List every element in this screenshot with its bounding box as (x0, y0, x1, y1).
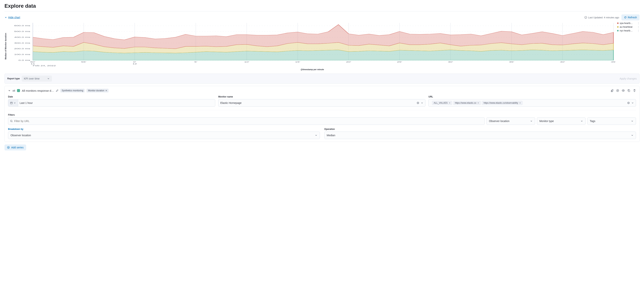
filters-label: Filters (8, 114, 636, 116)
monitor-name-value[interactable] (220, 101, 415, 104)
chevron-down-icon (14, 102, 16, 104)
breakdown-value: Observer location (10, 134, 31, 137)
observer-location-label: Observer location (489, 119, 510, 122)
svg-text:0.0 ms: 0.0 ms (18, 59, 30, 61)
url-label: URL (428, 95, 636, 98)
svg-text:11: 11 (31, 63, 35, 65)
menu-icon[interactable]: ⋮ (637, 29, 640, 32)
svg-text:0': 0' (133, 61, 136, 63)
menu-icon[interactable]: ⋮ (637, 22, 640, 25)
monitor-name-input[interactable] (218, 99, 426, 107)
chevron-down-icon (530, 120, 533, 122)
observer-location-filter[interactable]: Observer location (486, 117, 535, 125)
filters-section: Filters Observer location Monitor type T… (8, 114, 636, 125)
search-icon (10, 120, 13, 122)
series-header: All monitors response d… Synthetics moni… (8, 89, 636, 92)
svg-text:35': 35' (509, 61, 514, 63)
calendar-icon (10, 102, 13, 104)
info-icon (584, 16, 587, 19)
svg-text:50': 50' (30, 61, 35, 63)
legend-item[interactable]: nyc-heartb…⋮ (617, 29, 640, 32)
svg-text:12: 12 (132, 63, 137, 65)
operation-select[interactable]: Median (324, 131, 636, 139)
inner-divider (8, 110, 636, 110)
legend-label: spa-heartb… (620, 22, 636, 25)
edit-icon[interactable] (56, 89, 58, 92)
chart-container: Median of Monitor duration 600.0 ms500.0… (4, 22, 640, 71)
chart-y-axis-label: Median of Monitor duration (4, 33, 7, 60)
breakdown-operation-row: Breakdown by Observer location Operation… (8, 127, 636, 139)
add-series-button[interactable]: Add series (4, 145, 26, 151)
monitor-type-filter[interactable]: Monitor type (537, 117, 586, 125)
calendar-prefix[interactable] (8, 99, 18, 106)
chart-top-bar: Hide chart Last Updated: 4 minutes ago R… (4, 15, 640, 20)
tags-filter[interactable]: Tags (588, 117, 636, 125)
svg-point-44 (623, 90, 624, 91)
date-input[interactable] (8, 99, 215, 107)
chevron-down-icon (580, 120, 583, 122)
close-icon[interactable]: ✕ (449, 102, 450, 104)
clear-icon[interactable] (627, 102, 630, 104)
series-color-swatch[interactable] (17, 89, 20, 92)
legend-item[interactable]: au-heartbeat⋮ (617, 26, 640, 28)
date-value[interactable] (20, 101, 215, 104)
filter-url-field[interactable] (14, 119, 482, 122)
legend-dot (617, 30, 618, 32)
legend-label: nyc-heartb… (620, 29, 636, 32)
chart-svg[interactable]: 600.0 ms500.0 ms400.0 ms300.0 ms200.0 ms… (9, 22, 616, 67)
breakdown-select[interactable]: Observer location (8, 131, 320, 139)
eye-icon[interactable] (622, 89, 625, 92)
svg-rect-46 (10, 102, 12, 104)
page-title: Explore data (4, 3, 640, 9)
svg-text:15': 15' (295, 61, 300, 63)
chevron-down-icon[interactable] (631, 102, 634, 104)
area-chart-icon (12, 89, 15, 92)
report-type-select[interactable]: KPI over time (22, 76, 52, 82)
report-type-value: KPI over time (24, 77, 40, 80)
tag-synthetics: Synthetics monitoring (60, 89, 85, 92)
svg-text:40': 40' (560, 61, 565, 63)
svg-text:100.0 ms: 100.0 ms (14, 54, 30, 55)
menu-icon[interactable]: ⋮ (637, 26, 640, 28)
trash-icon[interactable] (633, 89, 636, 92)
legend-dot (617, 26, 618, 28)
hide-chart-toggle[interactable]: Hide chart (4, 16, 20, 19)
svg-text:20': 20' (346, 61, 351, 63)
url-input[interactable]: ALL_VALUES✕https://www.elastic.co✕https:… (428, 99, 636, 107)
chart-legend: spa-heartb…⋮au-heartbeat⋮nyc-heartb…⋮ (617, 22, 640, 71)
compass-icon[interactable] (616, 89, 619, 92)
chevron-down-icon[interactable] (421, 102, 423, 104)
svg-text:10': 10' (244, 61, 249, 63)
tag-monitor-duration[interactable]: Monitor duration✕ (86, 89, 108, 92)
series-title: All monitors response d… (22, 89, 54, 92)
legend-item[interactable]: spa-heartb…⋮ (617, 22, 640, 25)
operation-value: Median (327, 134, 335, 137)
url-chip[interactable]: https://www.elastic.co✕ (453, 101, 481, 105)
close-icon[interactable]: ✕ (105, 89, 107, 92)
close-icon[interactable]: ✕ (519, 102, 521, 104)
copy-icon[interactable] (627, 89, 630, 92)
chevron-down-icon (315, 134, 318, 136)
clear-icon[interactable] (417, 102, 419, 104)
refresh-icon (624, 16, 626, 19)
filter-url-input[interactable] (8, 117, 485, 125)
svg-text:45': 45' (611, 61, 616, 63)
monitor-type-label: Monitor type (540, 119, 554, 122)
breakdown-label[interactable]: Breakdown by (8, 128, 23, 130)
tags-label: Tags (590, 119, 596, 122)
svg-text:500.0 ms: 500.0 ms (14, 31, 30, 32)
chevron-down-icon[interactable] (8, 89, 11, 92)
svg-text:300.0 ms: 300.0 ms (14, 42, 30, 44)
url-chip[interactable]: ALL_VALUES✕ (432, 101, 452, 105)
url-chips: ALL_VALUES✕https://www.elastic.co✕https:… (430, 101, 626, 105)
url-chip[interactable]: https://www.elastic.co/observability✕ (482, 101, 522, 105)
fields-row-1: Date Monitor name URL (8, 95, 636, 107)
attach-icon[interactable] (610, 89, 614, 92)
close-icon[interactable]: ✕ (477, 102, 479, 104)
apply-changes-button[interactable]: Apply changes (620, 77, 637, 80)
svg-point-43 (616, 89, 619, 92)
hide-chart-label: Hide chart (8, 16, 20, 19)
refresh-button[interactable]: Refresh (622, 15, 640, 20)
svg-text:600.0 ms: 600.0 ms (14, 25, 30, 27)
last-updated-text: Last Updated: 4 minutes ago (588, 16, 619, 19)
